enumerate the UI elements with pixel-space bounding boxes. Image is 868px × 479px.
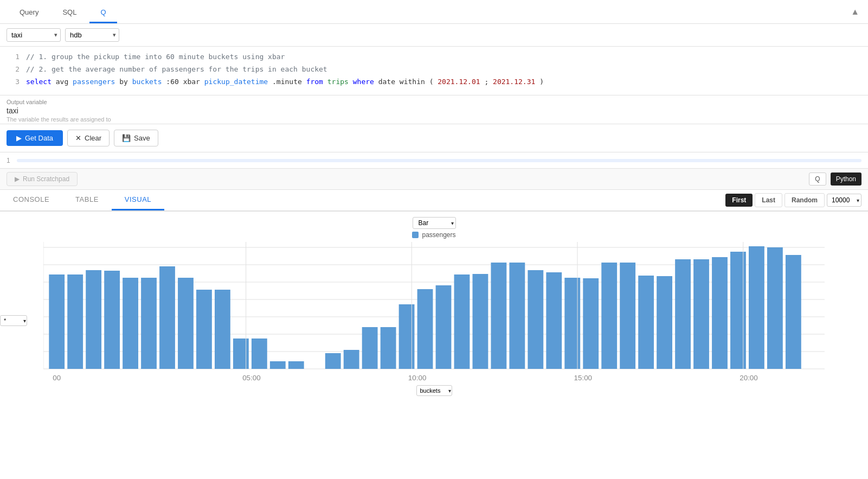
tab-q[interactable]: Q xyxy=(89,3,117,23)
chart-area: Bar Line ▾ passengers * ▾ xyxy=(0,212,868,412)
db2-select[interactable]: hdb xyxy=(65,28,119,42)
db1-dropdown-wrapper: taxi ▾ xyxy=(7,28,61,42)
scratchpad-python-button[interactable]: Python xyxy=(831,173,861,186)
svg-rect-44 xyxy=(546,272,562,369)
chart-svg-container: * ▾ 1.52 1.50 1.48 1.46 1.44 1.42 1.40 1… xyxy=(0,242,868,399)
svg-rect-32 xyxy=(325,353,341,369)
play-icon: ▶ xyxy=(16,134,22,142)
output-var-value[interactable]: taxi xyxy=(7,106,861,115)
svg-rect-34 xyxy=(362,327,378,369)
collapse-icon[interactable]: ▲ xyxy=(851,7,859,17)
save-button[interactable]: 💾 Save xyxy=(114,130,158,146)
save-icon: 💾 xyxy=(122,134,131,142)
svg-rect-37 xyxy=(417,289,433,369)
run-scratchpad-label: Run Scratchpad xyxy=(23,175,69,183)
svg-rect-54 xyxy=(730,252,746,369)
dropdowns-row: taxi ▾ hdb ▾ xyxy=(0,24,868,47)
count-dropdown-wrapper: 10000 ▾ xyxy=(827,194,861,207)
svg-rect-36 xyxy=(399,304,415,369)
svg-rect-25 xyxy=(196,290,212,369)
svg-rect-33 xyxy=(344,350,359,369)
code-line-1: 1 // 1. group the pickup time into 60 mi… xyxy=(0,51,868,63)
scratchpad-q-button[interactable]: Q xyxy=(809,173,826,186)
x-icon: ✕ xyxy=(75,134,81,142)
svg-rect-43 xyxy=(528,270,543,369)
scratchpad-right-buttons: Q Python xyxy=(809,173,861,186)
code-content-3[interactable]: select avg passengers by buckets :60 xba… xyxy=(26,76,544,88)
svg-rect-40 xyxy=(473,274,488,369)
svg-text:15:00: 15:00 xyxy=(574,374,592,382)
svg-rect-51 xyxy=(675,259,691,369)
get-data-button[interactable]: ▶ Get Data xyxy=(7,130,63,146)
svg-rect-28 xyxy=(252,339,267,369)
clear-button[interactable]: ✕ Clear xyxy=(67,130,110,146)
filter-first-button[interactable]: First xyxy=(725,194,753,207)
code-comment-2[interactable]: // 2. get the average number of passenge… xyxy=(26,64,327,75)
db1-select[interactable]: taxi xyxy=(7,28,61,42)
svg-text:20:00: 20:00 xyxy=(740,374,757,382)
svg-rect-47 xyxy=(601,263,617,369)
svg-rect-55 xyxy=(749,246,764,369)
svg-rect-52 xyxy=(693,259,709,369)
code-line-2: 2 // 2. get the average number of passen… xyxy=(0,63,868,76)
svg-rect-21 xyxy=(123,278,138,369)
clear-label: Clear xyxy=(85,134,101,142)
tab-table[interactable]: TABLE xyxy=(62,190,112,210)
bar-chart-svg: 1.52 1.50 1.48 1.46 1.44 1.42 1.40 1.38 … xyxy=(43,242,825,383)
scratchpad-row: ▶ Run Scratchpad Q Python xyxy=(0,169,868,190)
run-scratchpad-play-icon: ▶ xyxy=(15,175,20,183)
svg-rect-50 xyxy=(657,276,672,369)
svg-rect-17 xyxy=(49,274,65,369)
chart-type-select[interactable]: Bar Line xyxy=(413,217,456,229)
count-select[interactable]: 10000 xyxy=(827,194,861,207)
top-tabs-bar: Query SQL Q ▲ xyxy=(0,0,868,24)
svg-rect-30 xyxy=(288,361,304,369)
view-tab-right-controls: First Last Random 10000 ▾ xyxy=(725,193,861,207)
svg-rect-38 xyxy=(436,285,452,369)
tab-query[interactable]: Query xyxy=(9,3,49,23)
svg-rect-53 xyxy=(712,257,728,369)
save-label: Save xyxy=(134,134,150,142)
svg-rect-48 xyxy=(620,263,635,369)
svg-rect-18 xyxy=(67,274,83,369)
code-line-3: 3 select avg passengers by buckets :60 x… xyxy=(0,76,868,88)
svg-rect-26 xyxy=(215,290,230,369)
db2-dropdown-wrapper: hdb ▾ xyxy=(65,28,119,42)
svg-rect-35 xyxy=(381,327,396,369)
chart-controls: Bar Line ▾ passengers xyxy=(0,217,868,239)
svg-rect-24 xyxy=(178,278,194,369)
chart-type-wrapper: Bar Line ▾ xyxy=(413,217,456,229)
line-num-2: 2 xyxy=(7,64,20,75)
code-editor: 1 // 1. group the pickup time into 60 mi… xyxy=(0,47,868,95)
svg-text:10:00: 10:00 xyxy=(408,374,426,382)
tab-console[interactable]: CONSOLE xyxy=(0,190,62,210)
tab-visual[interactable]: VISUAL xyxy=(112,190,164,210)
svg-rect-57 xyxy=(786,255,801,369)
axis-select-wrapper: * ▾ xyxy=(0,315,27,326)
filter-last-button[interactable]: Last xyxy=(755,193,782,207)
result-num: 1 xyxy=(7,157,10,164)
tab-sql[interactable]: SQL xyxy=(52,3,87,23)
svg-rect-22 xyxy=(141,278,157,369)
output-var-label: Output variable xyxy=(7,99,861,105)
svg-text:00: 00 xyxy=(53,374,61,382)
output-variable-section: Output variable taxi The variable the re… xyxy=(0,95,868,124)
filter-random-button[interactable]: Random xyxy=(785,193,825,207)
view-tabs-bar: CONSOLE TABLE VISUAL First Last Random 1… xyxy=(0,190,868,212)
svg-rect-41 xyxy=(491,263,506,369)
result-scrollbar[interactable] xyxy=(17,159,861,162)
x-axis-label-row: buckets ▾ xyxy=(43,385,825,396)
svg-rect-19 xyxy=(86,270,101,369)
run-scratchpad-button[interactable]: ▶ Run Scratchpad xyxy=(7,172,78,186)
get-data-label: Get Data xyxy=(25,134,53,142)
x-axis-select[interactable]: buckets xyxy=(416,385,452,396)
code-comment-1[interactable]: // 1. group the pickup time into 60 minu… xyxy=(26,52,285,63)
legend-dot xyxy=(412,232,419,238)
axis-select[interactable]: * xyxy=(0,315,27,326)
svg-text:05:00: 05:00 xyxy=(242,374,260,382)
svg-rect-42 xyxy=(509,263,525,369)
action-buttons-row: ▶ Get Data ✕ Clear 💾 Save xyxy=(0,124,868,152)
svg-rect-23 xyxy=(159,266,175,369)
svg-rect-49 xyxy=(638,276,654,369)
svg-rect-39 xyxy=(454,274,470,369)
